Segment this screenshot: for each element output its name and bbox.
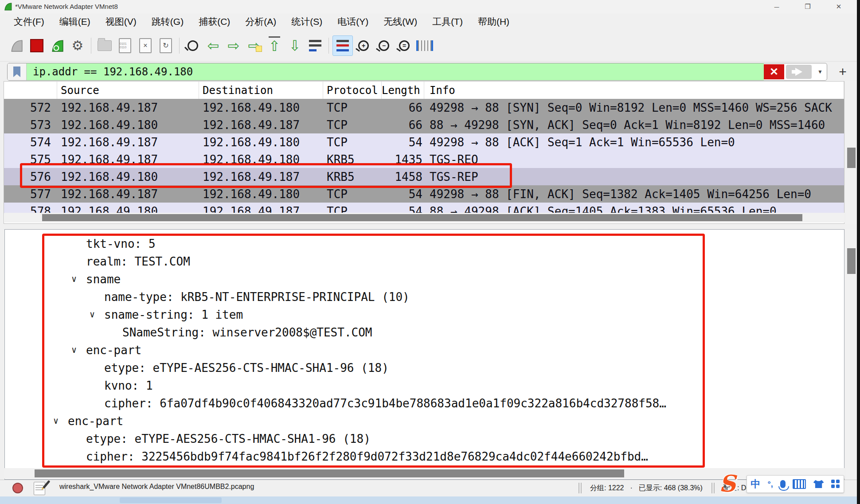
packet-row-575[interactable]: 575192.168.49.187192.168.49.180KRB51435T…: [4, 151, 844, 168]
filter-clear-button[interactable]: ✕: [764, 64, 784, 79]
menu-item-telephony[interactable]: 电话(Y): [330, 13, 376, 30]
menu-item-wireless[interactable]: 无线(W): [376, 13, 425, 30]
menu-item-analyze[interactable]: 分析(A): [238, 13, 284, 30]
ime-punctuation-icon[interactable]: °,: [767, 479, 773, 489]
packet-cell-dst: 192.168.49.180: [199, 101, 323, 114]
detail-line-1[interactable]: realm: TEST.COM: [5, 253, 844, 270]
zoom-reset-button[interactable]: =: [395, 36, 414, 55]
auto-scroll-button[interactable]: [305, 36, 325, 55]
microphone-icon[interactable]: [780, 480, 786, 488]
packet-row-577[interactable]: 577192.168.49.187192.168.49.180TCP544929…: [4, 185, 844, 203]
detail-line-10[interactable]: ∨enc-part: [5, 412, 844, 430]
soft-keyboard-icon[interactable]: [793, 479, 806, 489]
filter-add-button[interactable]: +: [835, 65, 850, 79]
capture-comment-button[interactable]: [34, 482, 45, 495]
packet-row-578[interactable]: 578192.168.49.180192.168.49.187TCP5488 →…: [4, 203, 844, 213]
detail-line-3[interactable]: name-type: kRB5-NT-ENTERPRISE-PRINCIPAL …: [5, 288, 844, 306]
display-filter-input[interactable]: ip.addr == 192.168.49.180: [27, 63, 764, 80]
title-bar: *VMware Network Adapter VMnet8 ─ ❐ ✕: [0, 0, 860, 13]
filter-bookmark-button[interactable]: [8, 63, 27, 80]
menu-item-edit[interactable]: 编辑(E): [52, 13, 98, 30]
packet-cell-proto: TCP: [323, 205, 382, 214]
menu-item-go[interactable]: 跳转(G): [144, 13, 191, 30]
packet-cell-src: 192.168.49.180: [57, 118, 199, 132]
menu-item-view[interactable]: 视图(V): [98, 13, 144, 30]
ime-chinese-mode-icon[interactable]: 中: [751, 479, 760, 489]
packet-cell-dst: 192.168.49.187: [199, 170, 323, 184]
packet-list-hscroll-thumb[interactable]: [42, 214, 802, 221]
packet-cell-no: 578: [4, 205, 57, 214]
packet-cell-proto: TCP: [323, 188, 382, 201]
go-back-button[interactable]: ⇦: [203, 36, 223, 55]
column-header-protocol[interactable]: Protocol: [323, 82, 382, 99]
gear-icon: ⚙: [72, 38, 84, 53]
packet-row-574[interactable]: 574192.168.49.187192.168.49.180TCP544929…: [4, 133, 844, 151]
detail-line-text: cipher: 3225456bdb9f74fac9841bf26f2f280f…: [86, 450, 648, 463]
column-header-length[interactable]: Length: [382, 82, 424, 99]
start-capture-button[interactable]: [7, 36, 26, 55]
restart-capture-button[interactable]: [47, 36, 67, 55]
chevron-down-icon[interactable]: ∨: [71, 344, 77, 355]
ime-skin-icon[interactable]: [813, 480, 824, 488]
detail-line-5[interactable]: SNameString: winserver2008$@TEST.COM: [5, 324, 844, 341]
window-title: *VMware Network Adapter VMnet8: [15, 3, 118, 10]
filter-apply-button[interactable]: [786, 65, 812, 79]
column-header-info[interactable]: Info: [424, 82, 844, 99]
go-to-first-packet-button[interactable]: ⇧: [265, 36, 284, 55]
detail-line-0[interactable]: tkt-vno: 5: [5, 235, 844, 253]
detail-line-4[interactable]: ∨sname-string: 1 item: [5, 306, 844, 324]
minimize-button[interactable]: ─: [766, 0, 787, 13]
packet-list-vscroll-thumb[interactable]: [847, 148, 856, 168]
packet-count-label: 分组: 1222: [590, 484, 624, 493]
save-file-button[interactable]: 0101 0110: [115, 36, 135, 55]
expert-info-button[interactable]: [12, 483, 23, 493]
column-header-source[interactable]: Source: [57, 82, 199, 99]
detail-line-9[interactable]: cipher: 6fa07df4b90c0f406843320ad77c3c91…: [5, 395, 844, 412]
column-header-destination[interactable]: Destination: [199, 82, 323, 99]
close-file-button[interactable]: ×: [136, 36, 155, 55]
detail-line-2[interactable]: ∨sname: [5, 270, 844, 288]
packet-rows: 572192.168.49.187192.168.49.180TCP664929…: [4, 99, 844, 213]
go-to-packet-button[interactable]: ⇨: [244, 36, 264, 55]
zoom-in-button[interactable]: +: [354, 36, 373, 55]
menu-item-tools[interactable]: 工具(T): [425, 13, 470, 30]
menu-item-capture[interactable]: 捕获(C): [191, 13, 238, 30]
zoom-out-button[interactable]: −: [374, 36, 394, 55]
ime-toolbox-icon[interactable]: [831, 480, 840, 488]
restore-button[interactable]: ❐: [797, 0, 818, 13]
go-to-last-packet-button[interactable]: ⇩: [285, 36, 305, 55]
close-button[interactable]: ✕: [829, 0, 849, 13]
packet-row-576[interactable]: 576192.168.49.180192.168.49.187KRB51458T…: [4, 168, 844, 185]
displayed-count-label: 已显示: 468 (38.3%): [639, 484, 703, 493]
find-packet-button[interactable]: [183, 36, 203, 55]
detail-hscroll-thumb[interactable]: [35, 469, 624, 477]
packet-row-572[interactable]: 572192.168.49.187192.168.49.180TCP664929…: [4, 99, 844, 116]
open-file-button[interactable]: [95, 36, 114, 55]
menu-item-file[interactable]: 文件(F): [6, 13, 52, 30]
packet-row-573[interactable]: 573192.168.49.180192.168.49.187TCP6688 →…: [4, 116, 844, 133]
status-separator: [579, 483, 579, 493]
chevron-down-icon[interactable]: ∨: [90, 309, 95, 320]
menu-item-statistics[interactable]: 统计(S): [284, 13, 330, 30]
resize-columns-button[interactable]: [415, 36, 434, 55]
filter-history-dropdown[interactable]: ▼: [813, 63, 827, 80]
menu-item-help[interactable]: 帮助(H): [470, 13, 517, 30]
column-header-no[interactable]: [4, 82, 57, 99]
chevron-down-icon[interactable]: ∨: [71, 273, 77, 284]
go-forward-button[interactable]: ⇨: [224, 36, 243, 55]
detail-line-12[interactable]: cipher: 3225456bdb9f74fac9841bf26f2f280f…: [5, 448, 844, 465]
detail-vscroll-thumb[interactable]: [847, 248, 856, 274]
sogou-logo-icon[interactable]: S: [719, 473, 736, 494]
detail-line-6[interactable]: ∨enc-part: [5, 341, 844, 359]
chevron-down-icon[interactable]: ∨: [53, 415, 59, 426]
stop-capture-button[interactable]: [27, 36, 47, 55]
capture-options-button[interactable]: ⚙: [68, 36, 87, 55]
shark-fin-gray-icon: [10, 39, 23, 53]
colorize-packets-button[interactable]: [332, 35, 353, 56]
detail-line-8[interactable]: kvno: 1: [5, 377, 844, 395]
reload-file-button[interactable]: ↻: [156, 36, 176, 55]
detail-line-11[interactable]: etype: eTYPE-AES256-CTS-HMAC-SHA1-96 (18…: [5, 430, 844, 448]
detail-line-7[interactable]: etype: eTYPE-AES256-CTS-HMAC-SHA1-96 (18…: [5, 359, 844, 377]
toolbar-separator: [179, 38, 180, 54]
packet-cell-dst: 192.168.49.187: [199, 118, 323, 132]
